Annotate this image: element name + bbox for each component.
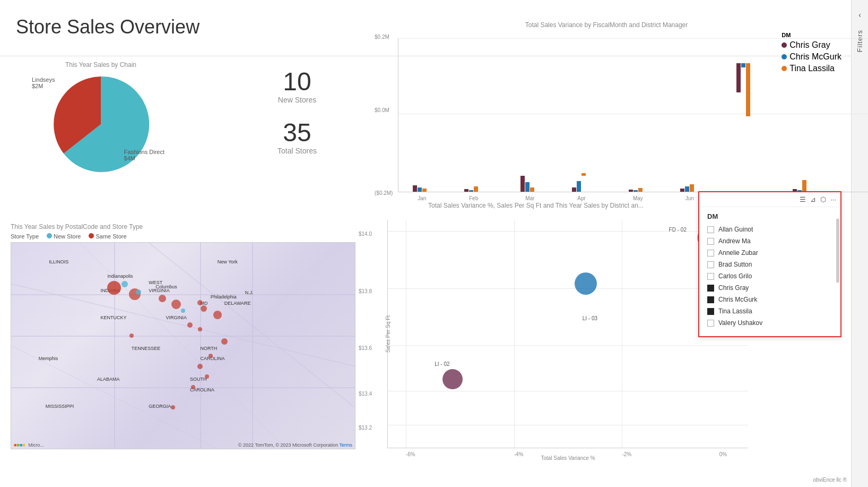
filter-item-4: Carlos Grilo bbox=[707, 272, 832, 280]
x-label-jan: Jan bbox=[418, 195, 426, 201]
map-dot-6 bbox=[213, 311, 222, 319]
x-label-may: May bbox=[633, 195, 643, 201]
collapse-arrow-icon[interactable]: ‹ bbox=[858, 11, 861, 19]
filter-popup-filter-icon[interactable]: ⊿ bbox=[810, 195, 816, 203]
map-label-westvirginia: WEST bbox=[149, 280, 162, 285]
checkbox-0[interactable] bbox=[707, 226, 714, 233]
filter-popup-expand-icon[interactable]: ⬡ bbox=[820, 195, 826, 203]
y-label-134: $13.4 bbox=[359, 391, 372, 397]
bar-group-apr bbox=[572, 181, 586, 192]
map-label-northcarolina: NORTH bbox=[200, 346, 217, 351]
filter-item-8: Valery Ushakov bbox=[707, 319, 832, 327]
map-label-indianapolis: Indianapolis bbox=[107, 274, 133, 279]
x-label-mar: Mar bbox=[525, 195, 534, 201]
map-dot-7 bbox=[187, 322, 193, 328]
pie-chart-svg bbox=[48, 71, 154, 177]
filter-popup: ☰ ⊿ ⬡ ··· DM Allan Guinot Andrew Ma Anne… bbox=[698, 191, 841, 337]
bar-group-aug bbox=[793, 180, 806, 192]
filter-scrollbar[interactable] bbox=[836, 219, 839, 283]
new-store-dot bbox=[47, 233, 52, 238]
y-label-136: $13.6 bbox=[359, 345, 372, 351]
bar-mar-lassila bbox=[530, 187, 534, 192]
filter-label-4: Carlos Grilo bbox=[718, 272, 752, 280]
map-label-newyork: New York bbox=[218, 259, 238, 264]
bar-chart-section: Total Sales Variance by FiscalMonth and … bbox=[371, 21, 841, 204]
y-label-14: $14.0 bbox=[359, 231, 372, 237]
bar-jun-mcgurk bbox=[685, 186, 689, 192]
filter-label-6: Chris McGurk bbox=[718, 296, 757, 303]
checkbox-5[interactable] bbox=[707, 285, 714, 292]
checkbox-2[interactable] bbox=[707, 250, 714, 257]
map-dot-12 bbox=[205, 374, 209, 379]
filter-item-5: Chris Gray bbox=[707, 284, 832, 292]
scatter-v-grid-1 bbox=[406, 220, 406, 448]
map-label-alabama: ALABAMA bbox=[97, 377, 120, 382]
x-label-0: 0% bbox=[719, 451, 727, 457]
map-dot-new-1 bbox=[121, 281, 128, 287]
map-label-westvirginia2: VIRGINIA bbox=[149, 288, 170, 293]
pie-linds-annotation: Lindseys $2M bbox=[32, 76, 55, 89]
filter-item-6: Chris McGurk bbox=[707, 296, 832, 303]
bar-jan-gray bbox=[413, 185, 417, 192]
bar-jun-lassila bbox=[690, 184, 694, 192]
bar-group-jun bbox=[680, 184, 694, 192]
new-stores-label: New Stores bbox=[249, 96, 345, 104]
bar-jul-lassila-neg bbox=[746, 63, 750, 116]
scatter-label-fd02: FD - 02 bbox=[669, 227, 687, 233]
bar-jan-mcgurk bbox=[418, 187, 422, 192]
map-dot-new-3 bbox=[181, 309, 185, 313]
x-label-feb: Feb bbox=[469, 195, 478, 201]
checkbox-7[interactable] bbox=[707, 308, 714, 315]
filter-popup-body: DM Allan Guinot Andrew Ma Annelie Zubar … bbox=[699, 207, 840, 336]
scatter-grid-3 bbox=[388, 345, 748, 346]
same-store-dot bbox=[89, 233, 94, 238]
bottom-copyright: obviEnce llc ® bbox=[813, 477, 847, 483]
map-dot-11 bbox=[197, 364, 203, 369]
bar-group-feb bbox=[464, 186, 478, 192]
checkbox-4[interactable] bbox=[707, 273, 714, 280]
grid-line-mid bbox=[398, 114, 868, 114]
map-label-nj: N.J. bbox=[245, 290, 254, 295]
filter-item-1: Andrew Ma bbox=[707, 237, 832, 245]
map-label-philadelphia: Philadelphia bbox=[211, 294, 237, 300]
map-label-memphis: Memphis bbox=[39, 356, 58, 361]
map-label-kentucky: KENTUCKY bbox=[100, 315, 126, 320]
filter-item-7: Tina Lassila bbox=[707, 307, 832, 315]
map-container: ILLINOIS Indianapolis New York Columbus … bbox=[11, 242, 355, 449]
bar-jul-mcgurk-neg bbox=[741, 63, 745, 67]
y-label-02: $0.2M bbox=[375, 34, 389, 40]
y-label-132: $13.2 bbox=[359, 425, 372, 431]
bar-jun-gray bbox=[680, 189, 684, 192]
scatter-chart-title: Total Sales Variance %, Sales Per Sq Ft … bbox=[355, 202, 716, 209]
scatter-grid-5 bbox=[388, 425, 748, 425]
filter-label-3: Brad Sutton bbox=[718, 261, 752, 268]
map-background: ILLINOIS Indianapolis New York Columbus … bbox=[11, 243, 355, 449]
scatter-dot-li02 bbox=[442, 369, 463, 389]
y-label-00: $0.0M bbox=[375, 107, 389, 113]
filter-label-2: Annelie Zubar bbox=[718, 249, 758, 257]
checkbox-1[interactable] bbox=[707, 238, 714, 245]
filter-dm-title: DM bbox=[707, 212, 832, 220]
y-label-neg02: ($0.2M) bbox=[375, 190, 393, 196]
same-store-label: Same Store bbox=[96, 233, 126, 240]
checkbox-8[interactable] bbox=[707, 320, 714, 327]
bar-chart-area: $0.2M $0.0M ($0.2M) Jan Feb Mar bbox=[398, 38, 868, 192]
bar-apr-mcgurk bbox=[577, 181, 581, 192]
map-dot-15 bbox=[129, 334, 134, 338]
map-dot-8 bbox=[198, 327, 202, 331]
scatter-v-grid-2 bbox=[514, 220, 515, 448]
map-dot-14 bbox=[171, 405, 175, 409]
checkbox-3[interactable] bbox=[707, 261, 714, 268]
filter-popup-more-icon[interactable]: ··· bbox=[830, 195, 836, 203]
bar-may-gray bbox=[629, 190, 633, 192]
checkbox-6[interactable] bbox=[707, 296, 714, 303]
page-title: Store Sales Overview bbox=[16, 16, 199, 38]
map-terms-link[interactable]: Terms bbox=[340, 442, 353, 448]
total-stores-count: 35 bbox=[249, 120, 345, 146]
filter-popup-lines-icon[interactable]: ☰ bbox=[800, 195, 806, 203]
scatter-grid-1 bbox=[388, 231, 748, 232]
map-label-illinois: ILLINOIS bbox=[49, 259, 68, 264]
map-label-virginia: VIRGINIA bbox=[166, 315, 187, 320]
ms-label: Micro... bbox=[28, 442, 44, 448]
stores-section: 10 New Stores 35 Total Stores bbox=[249, 69, 345, 171]
